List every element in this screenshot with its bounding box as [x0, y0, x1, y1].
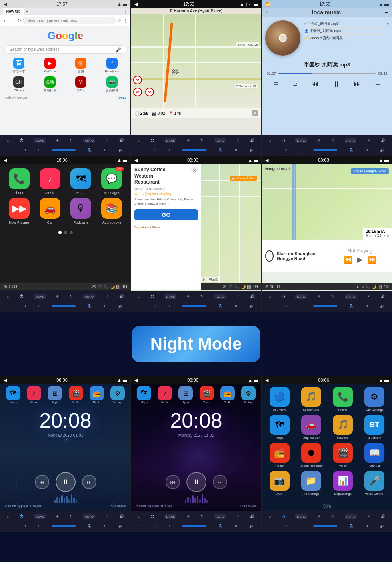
shuffle-icon[interactable]: ⇄ [293, 81, 298, 88]
app-phone-grid[interactable]: 📞 Phone [329, 387, 357, 412]
power-icon-2[interactable]: ⏻ [150, 138, 154, 142]
arrow-9[interactable]: ↗ [367, 514, 370, 518]
auto-8[interactable]: AUTO [214, 514, 226, 519]
back-4b[interactable]: ← [8, 304, 12, 308]
auto-7[interactable]: AUTO [83, 514, 95, 519]
dual-9[interactable]: DUAL [295, 514, 307, 519]
show-btn[interactable]: Show [117, 96, 126, 100]
back-icon-3[interactable]: ↩ [385, 10, 389, 15]
seat-2[interactable]: ↓ [169, 148, 171, 152]
home-icon[interactable]: ⌂ [7, 138, 9, 142]
app-podcasts[interactable]: 🎙 Podcasts [67, 198, 95, 224]
arrow-icon[interactable]: ↗ [106, 138, 109, 142]
back-btn-2[interactable]: ◀ [134, 2, 138, 7]
vol-dn-8[interactable]: 🔉 [249, 524, 254, 528]
loop-4[interactable]: ↻ [70, 294, 73, 298]
ac-7[interactable]: ❄ [56, 514, 59, 518]
chrome-tab[interactable]: New tab [3, 8, 24, 14]
menu-btn[interactable]: ⋮ [123, 9, 128, 14]
seat-4[interactable]: ↓ [38, 304, 40, 308]
prev-icon[interactable]: ⏮ [311, 80, 318, 88]
ac-9[interactable]: ❄ [318, 514, 321, 518]
vol-dn-7[interactable]: 🔉 [118, 524, 123, 528]
app-carsettings[interactable]: ⚙ Car Settings [360, 387, 389, 412]
arrow-8[interactable]: ↗ [236, 514, 240, 518]
night-app-music[interactable]: ♪ Music [27, 386, 41, 404]
night-app-maps[interactable]: 🗺 Maps [6, 386, 20, 404]
seat-ico-6[interactable]: 💺 [349, 304, 354, 308]
dual-4[interactable]: DUAL [34, 294, 45, 299]
ac-icon-2[interactable]: ❄ [187, 138, 190, 142]
home-4[interactable]: ⌂ [7, 294, 9, 298]
power-icon[interactable]: ⏻ [20, 138, 23, 142]
home-icon-2[interactable]: ⌂ [138, 138, 140, 142]
play-btn-np[interactable]: ▶ [357, 255, 363, 264]
back-6b[interactable]: ← [270, 304, 273, 308]
home-3[interactable]: ⌂ [269, 138, 271, 142]
vol-down-2[interactable]: 🔉 [249, 148, 254, 152]
back-7[interactable]: ◀ [4, 378, 7, 383]
skip-fwd-btn-2[interactable]: ⏭ [213, 475, 227, 489]
shortcut-yutang[interactable]: 鱼塘 鱼塘钓鱼 [36, 76, 64, 93]
app-avin[interactable]: 📷 Avin [265, 471, 294, 496]
dual-3[interactable]: DUAL [295, 138, 307, 143]
equalizer-icon[interactable]: ⚌ [375, 81, 380, 88]
seat-3[interactable]: ↓ [300, 148, 302, 152]
app-soundrecorder[interactable]: ⏺ Sound Recorder [297, 443, 325, 468]
vol-icon[interactable]: 🔊 [119, 138, 124, 142]
ac-8[interactable]: ❄ [187, 514, 190, 518]
app-kuwooo[interactable]: 🎵 Kuwooo [329, 415, 357, 440]
auto-3[interactable]: AUTO [345, 138, 357, 143]
track-item-3[interactable]: 📁 video/半壶纱_刘珂矣 [304, 35, 389, 42]
shortcut-weibo[interactable]: 微 微博 [67, 58, 96, 74]
vol-6[interactable]: 🔊 [381, 294, 385, 298]
loop-icon-2[interactable]: ↻ [200, 138, 204, 142]
app-messages[interactable]: 💬 259 Messages [98, 168, 126, 195]
auto-6[interactable]: AUTO [345, 294, 357, 299]
arrow-5[interactable]: ↗ [236, 294, 240, 298]
seat-ico-5[interactable]: 💺 [218, 304, 223, 308]
dual-btn-2[interactable]: DUAL [164, 138, 176, 143]
back-9[interactable]: ◀ [265, 378, 268, 383]
home-9[interactable]: ⌂ [269, 514, 271, 518]
back-5[interactable]: ◀ [134, 158, 138, 163]
power-6[interactable]: ⏻ [281, 294, 285, 298]
dual-8[interactable]: DUAL [164, 514, 176, 519]
pause-icon[interactable]: ⏸ [332, 80, 340, 89]
vol-dn-6[interactable]: 🔉 [380, 304, 384, 308]
night-app-vedio[interactable]: 🎬 Vedio [69, 386, 83, 404]
home-7[interactable]: ⌂ [7, 514, 9, 518]
seat-6[interactable]: ↓ [300, 304, 302, 308]
night-app-radio[interactable]: 📻 Radio [90, 386, 104, 404]
home-icon-3[interactable]: ⌂ [265, 10, 268, 15]
arrow-6[interactable]: ↗ [367, 294, 370, 298]
night2-app-music[interactable]: ♪ Music [158, 386, 172, 404]
back-8[interactable]: ◀ [134, 378, 138, 383]
dual-5[interactable]: DUAL [164, 294, 176, 299]
auto-btn-2[interactable]: AUTO [214, 138, 226, 143]
back-nav-2[interactable]: ← [139, 148, 142, 152]
new-tab-btn[interactable]: + [26, 9, 28, 14]
mic-icon[interactable]: 🎤 [115, 47, 121, 53]
night-app-apps[interactable]: ⊞ Apps [48, 386, 62, 404]
back-8b[interactable]: ← [139, 524, 142, 528]
app-music[interactable]: ♪ Music [36, 168, 64, 195]
seat-ico-8[interactable]: 💺 [218, 524, 223, 528]
auto-btn[interactable]: AUTO [83, 138, 95, 143]
shortcut-youtube[interactable]: ▶ YouTube [36, 58, 64, 74]
seat-ico-3[interactable]: 💺 [349, 148, 354, 152]
back-btn[interactable]: ◀ [4, 2, 7, 7]
vol-8[interactable]: 🔊 [250, 514, 254, 518]
power-5[interactable]: ⏻ [150, 294, 154, 298]
shortcut-viex[interactable]: VI VIEX [67, 76, 96, 93]
back-3[interactable]: ← [270, 148, 273, 152]
vol-3[interactable]: 🔊 [381, 138, 385, 142]
home-5[interactable]: ⌂ [138, 294, 140, 298]
auto-9[interactable]: AUTO [345, 514, 357, 519]
night2-app-radio[interactable]: 📻 Radio [220, 386, 235, 404]
back-7b[interactable]: ← [8, 524, 12, 528]
vol-icon-2[interactable]: 🔊 [250, 138, 254, 142]
loop-5[interactable]: ↻ [200, 294, 204, 298]
seat-icon2[interactable]: 💺 [88, 148, 92, 152]
vol-9[interactable]: 🔊 [381, 514, 385, 518]
